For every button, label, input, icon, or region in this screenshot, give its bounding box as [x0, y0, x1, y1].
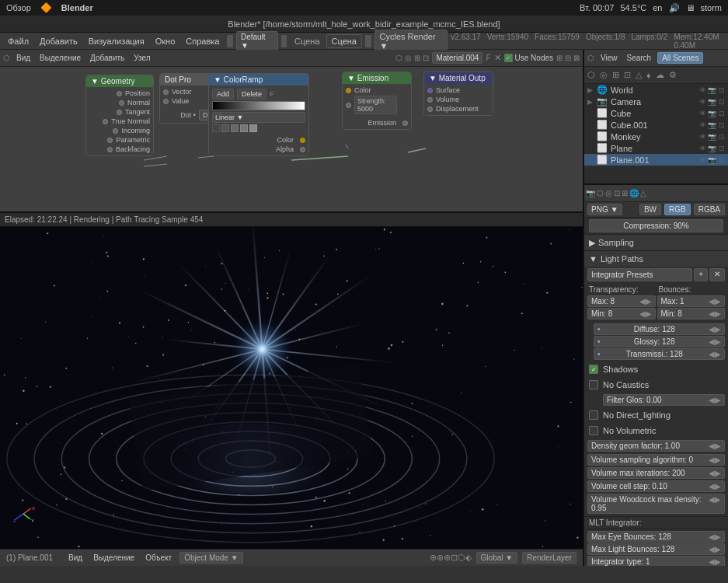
volume-cell-step-field[interactable]: Volume cell step: 0.10 ◀▶ — [587, 480, 725, 492]
filter-glos-field[interactable]: Filter Glos: 0.00 ◀▶ — [603, 394, 725, 406]
volume-max-iter-field[interactable]: Volume max iterations: 200 ◀▶ — [587, 467, 725, 479]
diffuse-row: • Diffuse: 128 ◀▶ • Glossy: 128 ◀▶ • Tra… — [584, 322, 728, 361]
integrator-preset-del[interactable]: ✕ — [709, 268, 725, 281]
tree-item-monkey[interactable]: ⬜ Monkey 👁 📷 ⊡ — [584, 131, 728, 142]
tree-item-world[interactable]: ▶ 🌐 World 👁 📷 ⊡ — [584, 84, 728, 96]
light-paths-header[interactable]: ▼ Light Paths — [584, 251, 728, 267]
overview-label: Обзор — [6, 3, 31, 12]
transmissi-field[interactable]: • Transmissi.: 128 ◀▶ — [594, 348, 725, 360]
tree-item-cube001[interactable]: ⬜ Cube.001 👁 📷 ⊡ — [584, 119, 728, 131]
tree-item-cube[interactable]: ⬜ Cube 👁 📷 ⊡ — [584, 107, 728, 119]
plane-info: (1) Plane.001 — [6, 553, 53, 562]
glossy-field[interactable]: • Glossy: 128 ◀▶ — [594, 336, 725, 347]
part-prop-icon[interactable]: △ — [640, 189, 646, 197]
world-prop-icon[interactable]: 🌐 — [629, 189, 639, 197]
max-eye-bounces-field[interactable]: Max Eye Bounces: 128 ◀▶ — [587, 531, 725, 543]
node-add-menu[interactable]: Добавить — [87, 53, 127, 63]
svg-line-5 — [408, 148, 426, 152]
view-menu[interactable]: View — [597, 53, 621, 63]
svg-line-8 — [16, 514, 23, 519]
close-icon[interactable]: ✕ — [494, 53, 501, 63]
viewport-view-menu[interactable]: Вид — [65, 553, 85, 563]
no-volumetric-row: No Volumetric — [584, 423, 728, 438]
menu-help[interactable]: Справка — [181, 35, 224, 47]
geometry-node[interactable]: ▼ Geometry Position Normal Tangent True … — [85, 75, 154, 156]
volume-sampling-row: Volume sampling algorithm: 0 ◀▶ — [584, 453, 728, 466]
bw-button[interactable]: BW — [639, 204, 661, 215]
object-mode-select[interactable]: Object Mode ▼ — [179, 552, 242, 564]
menu-render[interactable]: Визуализация — [84, 35, 149, 47]
shadows-checkbox[interactable]: ✓ — [589, 365, 598, 374]
window-title: Blender* [/home/storm/mlt_hole_work_bidi… — [228, 19, 500, 29]
format-bar: PNG ▼ BW RGB RGBA — [584, 202, 728, 218]
search-menu[interactable]: Search — [624, 53, 655, 63]
integrator-type-field[interactable]: Integrator type: 1 ◀▶ — [587, 556, 725, 566]
compression-field[interactable]: Compression: 90% — [589, 219, 723, 232]
rgb-button[interactable]: RGB — [664, 204, 691, 215]
material-select[interactable]: Material.004 — [432, 52, 482, 64]
lamps-info: Lamps:0/2 — [631, 33, 667, 50]
bounces-min[interactable]: Min: 8 ◀▶ — [657, 308, 726, 319]
menu-add[interactable]: Добавить — [35, 35, 82, 47]
scene-tree-icons-bar: ⬡ ◎ ⊞ ⊡ △ ♦ ☁ ⚙ — [584, 67, 728, 84]
colorramp-delete-btn[interactable]: Delete — [237, 89, 266, 99]
max-light-bounces-field[interactable]: Max Light Bounces: 128 ◀▶ — [587, 543, 725, 555]
svg-line-4 — [346, 145, 348, 148]
obj-prop-icon[interactable]: ◎ — [605, 189, 612, 197]
no-direct-lighting-row: No Direct_lighting — [584, 407, 728, 423]
light-paths-chevron: ▼ — [589, 254, 597, 264]
colorramp-add-btn[interactable]: Add — [212, 89, 234, 99]
global-select[interactable]: Global ▼ — [476, 552, 518, 564]
no-direct-lighting-checkbox[interactable] — [589, 410, 598, 420]
use-nodes-checkbox[interactable]: ✓ Use Nodes — [504, 54, 553, 62]
axis-indicator: X Y Z — [12, 502, 35, 525]
scene-select[interactable]: Сцена — [326, 34, 362, 48]
render-engine[interactable]: Cycles Render ▼ — [374, 30, 448, 53]
sampling-section: ▶ Sampling — [584, 235, 728, 251]
volume-max-iter-row: Volume max iterations: 200 ◀▶ — [584, 466, 728, 480]
mat-prop-icon[interactable]: ⊡ — [614, 189, 620, 197]
tree-item-plane001[interactable]: ⬜ Plane.001 👁 📷 ⊡ — [584, 154, 728, 166]
volume-woodcock-field[interactable]: Volume Woodcock max density: 0.95 ◀▶ — [587, 494, 725, 514]
render-prop-icon[interactable]: ⬡ — [597, 189, 604, 197]
menu-bar: Файл Добавить Визуализация Окно Справка … — [0, 33, 728, 50]
no-volumetric-checkbox[interactable] — [589, 426, 598, 435]
tree-item-plane[interactable]: ⬜ Plane 👁 📷 ⊡ — [584, 142, 728, 154]
faces-info: Faces:15759 — [535, 33, 580, 50]
time-display: Вт. 00:07 — [580, 3, 614, 12]
node-select-menu[interactable]: Выделение — [37, 53, 84, 63]
node-node-menu[interactable]: Узел — [131, 53, 153, 63]
transparency-col: Transparency: Max: 8 ◀▶ Min: 8 ◀▶ — [587, 285, 656, 320]
title-bar: Blender* [/home/storm/mlt_hole_work_bidi… — [0, 16, 728, 33]
viewport-select-menu[interactable]: Выделение — [90, 553, 138, 563]
rgba-button[interactable]: RGBA — [694, 204, 725, 215]
bounces-max[interactable]: Max: 1 ◀▶ — [657, 295, 726, 307]
image-format-select[interactable]: PNG ▼ — [587, 204, 622, 215]
volume-sampling-field[interactable]: Volume sampling algorithm: 0 ◀▶ — [587, 454, 725, 466]
emission-node[interactable]: ▼ Emission Color Strength: 5000 Emission — [342, 72, 412, 130]
integrator-preset-save[interactable]: + — [694, 268, 708, 281]
cam-prop-icon[interactable]: 📷 — [586, 189, 595, 197]
all-scenes-btn[interactable]: All Scenes — [657, 52, 703, 64]
no-caustics-checkbox[interactable] — [589, 380, 598, 389]
menu-file[interactable]: Файл — [3, 35, 33, 47]
tex-prop-icon[interactable]: ⊞ — [622, 189, 628, 197]
diffuse-field[interactable]: • Diffuse: 128 ◀▶ — [594, 323, 725, 335]
render-layer-label: RenderLayer — [522, 552, 576, 564]
tree-item-camera[interactable]: ▶ 📷 Camera 👁 📷 ⊡ — [584, 96, 728, 107]
menu-window[interactable]: Окно — [151, 35, 180, 47]
sampling-header[interactable]: ▶ Sampling — [584, 235, 728, 250]
integrator-presets-select[interactable]: Integrator Presets — [587, 268, 692, 281]
transparency-max[interactable]: Max: 8 ◀▶ — [587, 295, 656, 307]
no-caustics-row: No Caustics — [584, 377, 728, 393]
viewport-object-menu[interactable]: Объект — [142, 553, 175, 563]
svg-line-3 — [291, 156, 348, 160]
plane001-icon: ⬜ — [597, 155, 608, 165]
elapsed-status: Elapsed: 21:22.24 | Rendering | Path Tra… — [5, 215, 203, 224]
node-view-menu[interactable]: Вид — [13, 53, 33, 63]
material-output-node[interactable]: ▼ Material Outp Surface Volume Displacem… — [423, 72, 493, 116]
density-geom-field[interactable]: Density geom factor: 1.00 ◀▶ — [587, 440, 725, 452]
transparency-min[interactable]: Min: 8 ◀▶ — [587, 308, 656, 319]
layout-select[interactable]: Default ▼ — [236, 31, 278, 51]
colorramp-node[interactable]: ▼ ColorRamp Add Delete F Linear ▼ — [208, 73, 309, 156]
